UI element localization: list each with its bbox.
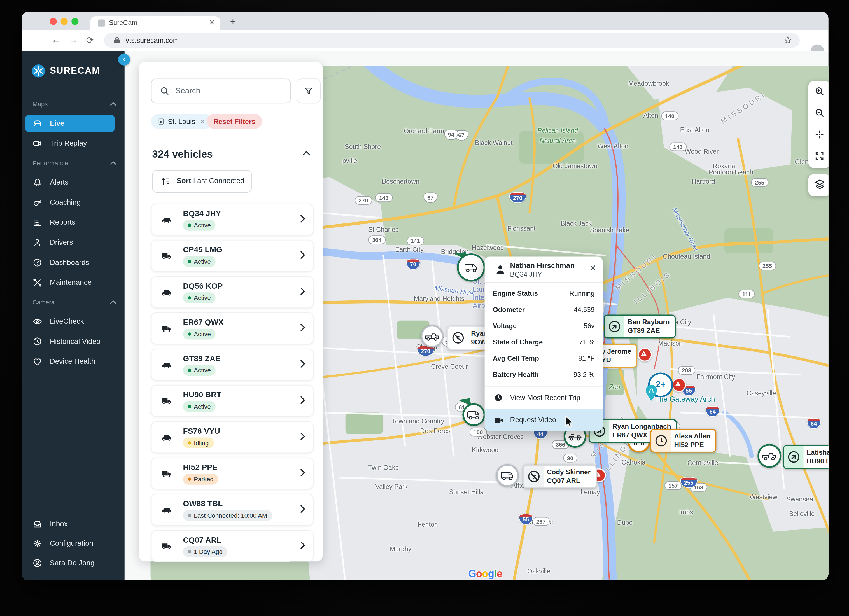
chevron-up-icon[interactable] [110,300,116,304]
layers-button[interactable] [809,174,828,196]
popup-stat-row: Voltage56v [485,318,603,334]
url-bar[interactable]: vts.surecam.com [104,33,800,48]
bookmark-star-icon[interactable] [783,36,792,45]
popup-action-view-most-recent-trip[interactable]: View Most Recent Trip [485,387,603,409]
chevron-right-icon[interactable] [300,214,305,223]
sidebar-item-historical-video[interactable]: Historical Video [25,333,115,350]
vehicle-name: HI52 PPE [183,463,217,472]
tab-close-icon[interactable]: ✕ [209,18,215,27]
filter-button[interactable] [297,78,320,103]
map-label-murphy: Murphy [390,545,411,553]
sidebar-item-reports[interactable]: Reports [25,214,115,231]
chevron-up-icon[interactable] [110,102,116,106]
vehicle-list-item[interactable]: GT89 ZAEActive [151,348,314,381]
forward-icon[interactable]: → [69,35,78,46]
map-label-natural-area: Natural Area [539,137,576,144]
sidebar-item-drivers[interactable]: Drivers [25,234,115,251]
warning-marker[interactable] [638,347,652,362]
browser-tab[interactable]: SureCam ✕ [91,16,220,30]
chevron-right-icon[interactable] [300,541,305,550]
sidebar-item-alerts[interactable]: Alerts [25,174,115,191]
vehicle-list-item[interactable]: OW88 TBLLast Connected: 10:00 AM [151,494,314,526]
heading-arrow-icon [784,446,804,467]
search-input[interactable]: Search [151,78,291,103]
vehicle-panel: Search St. Louis ✕ Reset Filters 324 veh… [139,62,323,561]
map-vehicle-label-hi52-ppe[interactable]: Alexa AllenHI52 PPE [650,429,716,452]
vehicle-popup: Nathan Hirschman BQ34 JHY ✕ Engine Statu… [485,257,603,431]
sidebar-item-live[interactable]: Live [25,115,115,132]
sidebar-item-device-health[interactable]: Device Health [25,353,115,370]
map-label-orchard-farm: Orchard Farm [404,127,444,135]
back-icon[interactable]: ← [52,35,61,46]
history-icon [33,337,42,347]
sidebar-item-livecheck[interactable]: LiveCheck [25,313,115,330]
vehicle-marker-9ow8[interactable] [421,325,443,347]
map-vehicle-label-yu[interactable]: y JeromeYU [597,344,637,368]
sidebar-item-inbox[interactable]: Inbox [25,515,115,533]
chip-remove-icon[interactable]: ✕ [200,117,206,125]
car-icon [161,431,173,443]
vehicle-list-item[interactable]: ER67 QWXActive [151,312,314,344]
status-badge: Active [183,329,216,340]
chevron-right-icon[interactable] [300,251,305,259]
vehicle-name: CP45 LMG [183,245,222,254]
vehicle-list-item[interactable]: BQ34 JHYActive [151,204,314,235]
map-label-zoo: Zoo [609,383,620,391]
vehicle-name: FS78 VYU [183,427,220,435]
surecam-logo: SURECAM [31,64,100,78]
filter-chip-st-louis[interactable]: St. Louis ✕ [151,114,212,129]
vehicle-list-item[interactable]: FS78 VYUIdling [151,421,314,453]
sidebar-section-maps: Maps [22,98,124,112]
sidebar-item-sara-de-jong[interactable]: Sara De Jong [25,554,115,572]
chevron-right-icon[interactable] [300,396,305,405]
poi-pin-gateway-arch[interactable] [645,385,657,403]
chevron-right-icon[interactable] [300,360,305,368]
sidebar-collapse-button[interactable]: ‹ [118,54,130,65]
route-shield-141: 141 [407,237,424,245]
chevron-up-icon[interactable] [110,161,116,165]
vehicle-list-item[interactable]: CP45 LMGActive [151,240,314,272]
map-vehicle-label-gt89-zae[interactable]: Ben RayburnGT89 ZAE [604,314,676,338]
chevron-right-icon[interactable] [300,287,305,296]
chip-label: St. Louis [168,117,195,125]
vehicle-list-item[interactable]: HU90 BRTActive [151,385,314,417]
label-vehicle: CQ07 ARL [547,477,580,485]
vehicle-list-item[interactable]: HI52 PPEParked [151,458,314,490]
window-zoom-button[interactable] [71,18,78,25]
vehicle-marker-hu90[interactable] [757,444,781,468]
map-vehicle-label-hu90-brt[interactable]: Latisha MisHU90 BRT [783,445,828,469]
zoom-out-button[interactable] [809,103,828,124]
recenter-button[interactable] [809,125,828,146]
sidebar-item-dashboards[interactable]: Dashboards [25,254,115,271]
chevron-right-icon[interactable] [300,504,305,513]
reload-icon[interactable]: ⟳ [86,35,94,46]
warning-marker[interactable] [672,378,686,392]
zoom-in-button[interactable] [809,81,828,103]
chevron-right-icon[interactable] [300,469,305,477]
sidebar-item-configuration[interactable]: Configuration [25,535,115,552]
map-label-spanish-lake: Spanish Lake [590,226,630,234]
window-close-button[interactable] [50,18,57,25]
vehicle-marker-bq34[interactable] [457,253,485,282]
sidebar-item-trip-replay[interactable]: Trip Replay [25,135,115,152]
new-tab-button[interactable]: + [230,17,236,27]
sidebar-item-maintenance[interactable]: Maintenance [25,274,115,291]
map-vehicle-label-cq07-arl[interactable]: Cody SkinnerCQ07 ARL [523,464,596,488]
popup-action-request-video[interactable]: Request Video [485,409,603,431]
map-label-meadowbrook: Meadowbrook [629,79,669,87]
sidebar-item-coaching[interactable]: Coaching [25,194,115,211]
vehicle-marker-van-green[interactable] [462,403,485,426]
chevron-right-icon[interactable] [300,323,305,332]
fullscreen-icon [814,151,825,163]
collapse-list-icon[interactable] [302,151,311,156]
label-vehicle: HI52 PPE [674,441,704,449]
fullscreen-button[interactable] [809,146,828,168]
reset-filters-chip[interactable]: Reset Filters [207,114,262,129]
chevron-right-icon[interactable] [300,432,305,441]
sort-button[interactable]: Sort Last Connected [152,170,252,193]
vehicle-marker-cq07[interactable] [496,464,518,487]
popup-close-icon[interactable]: ✕ [590,263,596,273]
vehicle-list-item[interactable]: CQ07 ARL1 Day Ago [151,530,314,561]
window-minimize-button[interactable] [61,18,68,25]
vehicle-list-item[interactable]: DQ56 KOPActive [151,276,314,308]
